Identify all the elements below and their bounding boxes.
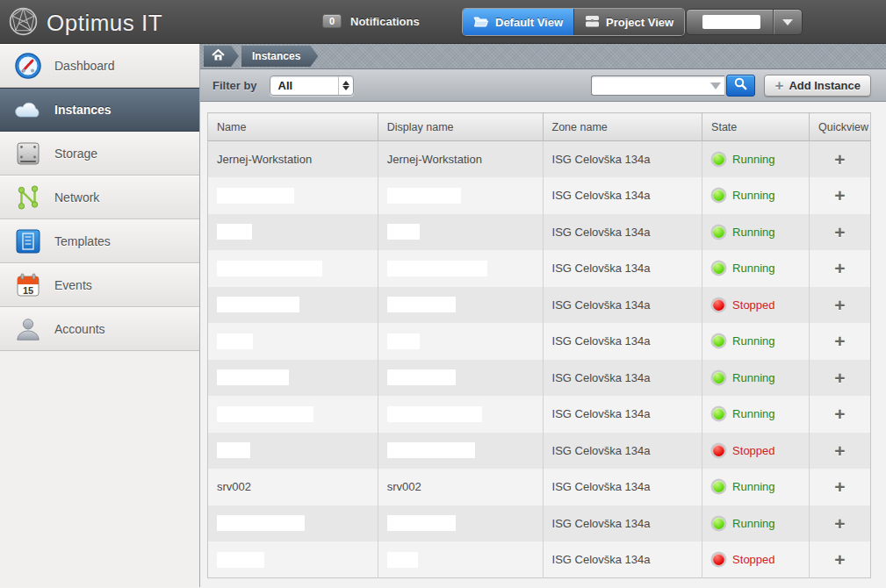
state-cell: Running (702, 141, 810, 178)
sidebar-item-accounts[interactable]: Accounts (0, 307, 199, 351)
notifications[interactable]: 0 Notifications (322, 14, 420, 28)
quickview-button[interactable]: + (834, 514, 845, 533)
quickview-cell: + (809, 360, 870, 397)
name-cell (208, 177, 378, 214)
table-row[interactable]: ISG Celovška 134aRunning+ (208, 250, 871, 287)
state-dot-icon (713, 226, 724, 238)
table-row[interactable]: ISG Celovška 134aStopped+ (208, 433, 871, 470)
notifications-count-badge[interactable]: 0 (322, 14, 342, 28)
search-dropdown-icon[interactable] (710, 82, 721, 90)
state-label: Running (732, 407, 774, 420)
state-dot-icon (713, 518, 724, 529)
quickview-button[interactable]: + (834, 259, 845, 277)
state-dot-icon (713, 262, 724, 274)
quickview-button[interactable]: + (834, 550, 845, 569)
redacted-text (387, 515, 456, 531)
chevron-down-icon[interactable] (782, 19, 793, 25)
state-label: Running (732, 189, 774, 202)
display-name-cell: srv002 (378, 469, 543, 506)
network-nodes-icon (12, 182, 44, 213)
state-label: Stopped (732, 553, 774, 566)
state-cell: Running (702, 177, 810, 214)
search-icon (734, 77, 747, 94)
table-row[interactable]: ISG Celovška 134aRunning+ (208, 323, 871, 360)
main-panel: Instances Filter by All (200, 44, 886, 587)
quickview-button[interactable]: + (834, 186, 845, 204)
quickview-cell: + (809, 287, 870, 324)
state-dot-icon (713, 190, 724, 201)
quickview-button[interactable]: + (834, 477, 845, 496)
table-row[interactable]: ISG Celovška 134aRunning+ (208, 396, 871, 433)
sidebar-item-storage[interactable]: Storage (0, 132, 199, 176)
zone-cell: ISG Celovška 134a (543, 214, 702, 251)
redacted-text (387, 188, 461, 204)
redacted-text (387, 442, 475, 458)
column-header-state[interactable]: State (702, 113, 810, 141)
sidebar-item-events[interactable]: 15 Events (0, 263, 199, 307)
state-label: Stopped (732, 298, 774, 312)
breadcrumb-home[interactable] (204, 46, 239, 67)
name-cell (208, 323, 378, 360)
sidebar-item-label: Network (54, 190, 99, 204)
display-name-cell (378, 214, 543, 251)
column-header-name[interactable]: Name (208, 113, 378, 141)
state-dot-icon (713, 445, 724, 456)
brand: Optimus IT (7, 5, 162, 41)
name-cell (208, 214, 378, 251)
quickview-cell: + (809, 323, 870, 360)
sidebar-item-dashboard[interactable]: Dashboard (0, 44, 199, 88)
quickview-button[interactable]: + (834, 369, 845, 387)
table-row[interactable]: ISG Celovška 134aStopped+ (208, 541, 871, 578)
tab-default-view[interactable]: Default View (463, 9, 573, 35)
add-instance-button[interactable]: + Add Instance (764, 75, 871, 97)
table-row[interactable]: srv002srv002ISG Celovška 134aRunning+ (208, 469, 871, 506)
state-cell: Running (702, 506, 810, 542)
quickview-cell: + (809, 541, 870, 578)
table-row[interactable]: ISG Celovška 134aRunning+ (208, 214, 871, 251)
quickview-button[interactable]: + (834, 296, 845, 314)
search-input[interactable] (591, 75, 724, 96)
sidebar-item-templates[interactable]: Templates (0, 219, 199, 263)
breadcrumb-label: Instances (252, 50, 300, 62)
name-cell (208, 360, 378, 397)
column-header-zone-name[interactable]: Zone name (543, 113, 702, 141)
display-name-cell (378, 250, 543, 287)
quickview-button[interactable]: + (834, 332, 845, 350)
quickview-button[interactable]: + (834, 405, 845, 423)
quickview-button[interactable]: + (834, 223, 845, 241)
instances-table: Name Display name Zone name State Quickv… (207, 112, 871, 578)
table-row[interactable]: ISG Celovška 134aStopped+ (208, 287, 871, 324)
state-label: Running (732, 334, 774, 348)
redacted-text (217, 442, 250, 458)
quickview-button[interactable]: + (834, 150, 845, 169)
state-dot-icon (713, 554, 724, 565)
state-cell: Running (702, 250, 810, 287)
sidebar-item-network[interactable]: Network (0, 176, 199, 219)
breadcrumb-item-instances[interactable]: Instances (241, 46, 318, 67)
name-cell: Jernej-Workstation (208, 141, 378, 178)
filter-selected-value: All (270, 79, 338, 92)
sidebar-item-label: Events (54, 278, 92, 292)
redacted-text (387, 406, 482, 422)
filter-select[interactable]: All (270, 75, 354, 96)
column-header-display-name[interactable]: Display name (378, 113, 543, 141)
dashboard-gauge-icon (12, 50, 44, 82)
table-row[interactable]: Jernej-WorkstationJernej-WorkstationISG … (208, 141, 871, 178)
table-row[interactable]: ISG Celovška 134aRunning+ (208, 177, 871, 214)
quickview-button[interactable]: + (834, 441, 845, 460)
redacted-text (217, 552, 264, 568)
add-instance-label: Add Instance (789, 79, 861, 92)
table-row[interactable]: ISG Celovška 134aRunning+ (208, 506, 871, 542)
sidebar-item-instances[interactable]: Instances (0, 88, 199, 132)
redacted-text (387, 261, 487, 276)
display-name-cell (378, 433, 543, 470)
tab-project-view[interactable]: Project View (573, 9, 684, 35)
table-row[interactable]: ISG Celovška 134aRunning+ (208, 360, 871, 397)
instances-table-body: Jernej-WorkstationJernej-WorkstationISG … (208, 141, 871, 578)
zone-cell: ISG Celovška 134a (543, 469, 702, 506)
search-button[interactable] (726, 75, 755, 97)
tab-label: Default View (495, 16, 563, 29)
quickview-cell: + (809, 433, 870, 470)
display-name-cell (378, 323, 543, 360)
user-menu-button[interactable] (686, 9, 803, 35)
